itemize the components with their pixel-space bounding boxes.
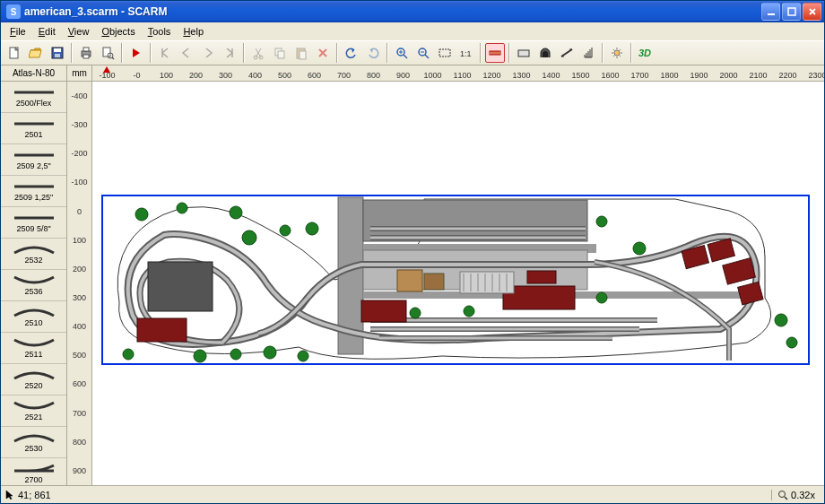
svg-rect-40: [460, 272, 514, 293]
vertical-ruler[interactable]: -400-300-200-100010020030040050060070080…: [67, 82, 92, 485]
settings-button[interactable]: [607, 43, 627, 63]
palette-item[interactable]: 2501: [1, 113, 66, 144]
slope-button[interactable]: [557, 43, 577, 63]
tunnel-button[interactable]: [535, 43, 555, 63]
palette-item[interactable]: 2509 5/8": [1, 207, 66, 239]
palette-item[interactable]: 2532: [1, 239, 66, 270]
ruler-tick: 500: [67, 341, 91, 369]
app-icon: S: [6, 4, 21, 19]
svg-point-69: [786, 337, 797, 348]
prev-button[interactable]: [177, 43, 196, 63]
zoom-fit-button[interactable]: [435, 43, 455, 63]
undo-button[interactable]: [342, 43, 361, 63]
zoom-one-to-one-button[interactable]: 1:1: [456, 43, 476, 63]
copy-button[interactable]: [270, 43, 290, 63]
palette-item[interactable]: 2509 1,25": [1, 176, 66, 207]
prev-end-button[interactable]: [155, 43, 175, 63]
zoom-in-button[interactable]: [392, 43, 412, 63]
svg-point-67: [596, 216, 607, 227]
minimize-button[interactable]: [761, 3, 780, 21]
next-end-button[interactable]: [220, 43, 239, 63]
palette-item[interactable]: 2536: [1, 270, 66, 301]
menu-help[interactable]: Help: [178, 24, 209, 39]
svg-line-19: [404, 55, 407, 58]
svg-point-61: [264, 346, 276, 359]
close-button[interactable]: [803, 3, 821, 21]
svg-rect-17: [300, 51, 306, 59]
horizontal-ruler[interactable]: -100-01002003004005006007008009001000110…: [92, 65, 824, 81]
svg-rect-37: [527, 271, 556, 283]
print-preview-button[interactable]: [98, 43, 117, 63]
toolbar-separator: [71, 43, 73, 63]
ruler-tick: -0: [122, 71, 152, 80]
palette-item[interactable]: 2509 2,5": [1, 144, 66, 176]
svg-point-55: [242, 230, 256, 245]
drawing-canvas[interactable]: [92, 82, 824, 485]
ruler-tick: 100: [67, 226, 91, 255]
svg-point-68: [775, 314, 787, 326]
palette-item-label: 2532: [24, 256, 42, 265]
measure-button[interactable]: [485, 43, 505, 63]
menu-tools[interactable]: Tools: [143, 24, 177, 39]
toolbar-separator: [508, 43, 510, 63]
menu-objects[interactable]: Objects: [96, 24, 140, 39]
palette-item[interactable]: 2511: [1, 333, 66, 364]
ruler-tick: 1100: [447, 71, 477, 80]
ruler-tick: 900: [67, 456, 91, 485]
palette-library-selector[interactable]: Atlas-N-80: [1, 65, 66, 82]
ruler-tick: 700: [67, 399, 91, 428]
ruler-tick: 900: [388, 71, 418, 80]
palette-item[interactable]: 2500/Flex: [1, 82, 66, 113]
open-file-button[interactable]: [26, 43, 46, 63]
ruler-tick: 1400: [536, 71, 566, 80]
palette-item[interactable]: 2700: [1, 458, 66, 485]
baseboard-button[interactable]: [514, 43, 534, 63]
track-shape-icon: [13, 275, 56, 286]
ruler-tick: 1300: [507, 71, 536, 80]
svg-point-63: [410, 308, 421, 318]
paste-button[interactable]: [291, 43, 311, 63]
ruler-tick: 1000: [418, 71, 447, 80]
ruler-tick: 2000: [714, 71, 743, 80]
palette-item[interactable]: 2521: [1, 395, 66, 427]
svg-point-58: [123, 349, 134, 360]
ruler-tick: 700: [329, 71, 359, 80]
redo-button[interactable]: [363, 43, 383, 63]
3d-view-button[interactable]: 3D: [636, 43, 656, 63]
toolbar-separator: [243, 43, 245, 63]
menu-file[interactable]: FFileile: [4, 24, 31, 39]
ruler-tick: 2200: [773, 71, 803, 80]
units-label[interactable]: mm: [67, 65, 92, 81]
print-button[interactable]: [76, 43, 96, 63]
track-layout: [92, 82, 819, 485]
height-button[interactable]: [578, 43, 598, 63]
palette-item-label: 2510: [24, 318, 42, 327]
zoom-out-button[interactable]: [413, 43, 433, 63]
ruler-tick: 300: [211, 71, 240, 80]
toolbar-separator: [386, 43, 388, 63]
svg-point-65: [596, 292, 607, 303]
new-file-button[interactable]: [4, 43, 24, 63]
svg-rect-0: [768, 13, 775, 15]
svg-point-70: [779, 491, 786, 497]
svg-rect-35: [361, 300, 406, 322]
svg-rect-7: [83, 48, 89, 51]
save-file-button[interactable]: [48, 43, 67, 63]
status-zoom[interactable]: 0.32x: [771, 490, 821, 500]
ruler-tick: 200: [181, 71, 211, 80]
track-shape-icon: [13, 87, 56, 98]
delete-button[interactable]: [313, 43, 333, 63]
svg-point-26: [614, 50, 620, 56]
menu-view[interactable]: View: [63, 24, 95, 39]
palette-item[interactable]: 2510: [1, 301, 66, 333]
palette-item[interactable]: 2530: [1, 427, 66, 458]
start-point-button[interactable]: [126, 43, 146, 63]
maximize-button[interactable]: [782, 3, 801, 21]
cut-button[interactable]: [248, 43, 268, 63]
next-button[interactable]: [198, 43, 218, 63]
svg-line-21: [425, 55, 429, 58]
ruler-tick: 800: [359, 71, 388, 80]
menu-edit[interactable]: Edit: [33, 24, 61, 39]
palette-item[interactable]: 2520: [1, 364, 66, 395]
svg-point-62: [298, 351, 308, 361]
